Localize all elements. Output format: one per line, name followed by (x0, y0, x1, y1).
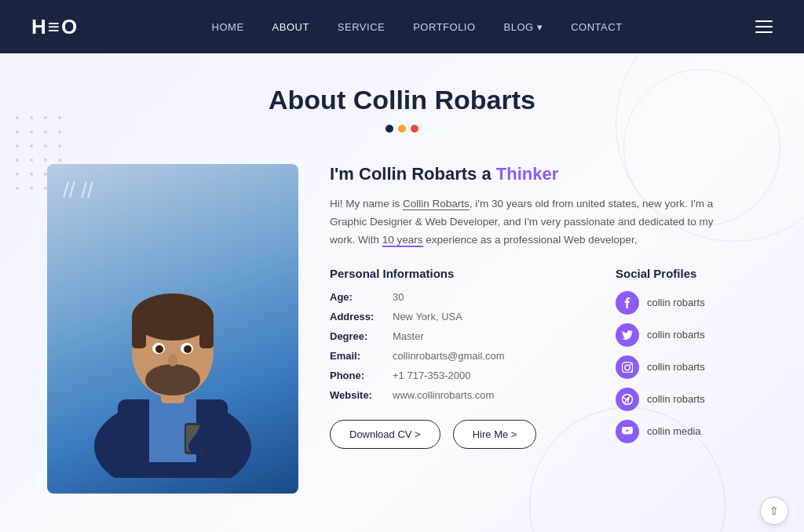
intro-text: Hi! My name is Collin Robarts, i'm 30 ye… (330, 195, 738, 250)
dribbble-name: collin robarts (647, 393, 705, 405)
degree-label: Degree: (330, 330, 393, 342)
person-illustration (71, 180, 275, 478)
intro-heading: I'm Collin Robarts a Thinker (330, 164, 757, 184)
social-twitter[interactable]: collin robarts (616, 323, 757, 347)
social-facebook[interactable]: collin robarts (616, 291, 757, 315)
hamburger-menu[interactable] (755, 20, 773, 33)
photo-decorlines: // // (63, 180, 93, 202)
instagram-icon (616, 355, 639, 379)
phone-value: +1 717-353-2000 (393, 370, 470, 381)
experience-link[interactable]: 10 years (382, 234, 423, 247)
info-social-section: Personal Informations Age: 30 Address: N… (330, 267, 757, 452)
instagram-name: collin robarts (647, 361, 705, 373)
nav-item-contact[interactable]: CONTACT (571, 21, 622, 33)
info-row-website: Website: www.collinrobarts.com (330, 389, 584, 401)
phone-label: Phone: (330, 370, 393, 381)
email-value: collinrobarts@gmail.com (393, 350, 505, 362)
title-dots (0, 125, 804, 133)
svg-rect-6 (132, 317, 146, 348)
email-label: Email: (330, 350, 393, 362)
twitter-name: collin robarts (647, 329, 705, 341)
age-value: 30 (393, 291, 404, 303)
main-content: About Collin Robarts // // (0, 53, 804, 532)
nav-item-blog[interactable]: BLOG ▾ (504, 21, 543, 33)
website-label: Website: (330, 389, 393, 401)
page-title: About Collin Robarts (0, 85, 804, 115)
title-dot-1 (386, 125, 393, 133)
navbar: H≡O HOME ABOUT SERVICE PORTFOLIO BLOG ▾ … (0, 0, 804, 53)
nav-item-service[interactable]: SERVICE (338, 21, 385, 33)
social-profiles: Social Profiles collin robarts (616, 267, 757, 452)
about-section: // // (0, 148, 804, 517)
website-value: www.collinrobarts.com (393, 389, 494, 401)
nav-links: HOME ABOUT SERVICE PORTFOLIO BLOG ▾ CONT… (212, 20, 623, 34)
info-row-email: Email: collinrobarts@gmail.com (330, 350, 584, 362)
social-dribbble[interactable]: collin robarts (616, 388, 757, 411)
address-value: New York, USA (393, 311, 462, 322)
info-row-degree: Degree: Master (330, 330, 584, 342)
title-dot-2 (398, 125, 406, 133)
personal-info: Personal Informations Age: 30 Address: N… (330, 267, 584, 449)
svg-point-13 (168, 354, 177, 366)
logo[interactable]: H≡O (31, 15, 79, 39)
download-cv-button[interactable]: Download CV > (330, 420, 440, 449)
dribbble-icon (616, 388, 639, 411)
nav-item-about[interactable]: ABOUT (272, 21, 309, 33)
info-row-age: Age: 30 (330, 291, 584, 303)
facebook-icon (616, 291, 639, 315)
youtube-icon (616, 420, 639, 443)
nav-item-portfolio[interactable]: PORTFOLIO (413, 21, 475, 33)
title-dot-3 (411, 125, 418, 133)
action-buttons: Download CV > Hire Me > (330, 420, 584, 449)
info-row-address: Address: New York, USA (330, 311, 584, 322)
svg-point-11 (155, 345, 163, 353)
hire-me-button[interactable]: Hire Me > (453, 420, 537, 449)
social-heading: Social Profiles (616, 267, 757, 280)
svg-rect-7 (199, 317, 214, 348)
info-row-phone: Phone: +1 717-353-2000 (330, 370, 584, 381)
photo-column: // // (47, 164, 298, 494)
nav-item-home[interactable]: HOME (212, 21, 244, 33)
degree-value: Master (393, 330, 424, 342)
age-label: Age: (330, 291, 393, 303)
content-column: I'm Collin Robarts a Thinker Hi! My name… (298, 164, 757, 452)
address-label: Address: (330, 311, 393, 322)
twitter-icon (616, 323, 639, 347)
svg-point-12 (184, 345, 192, 353)
profile-photo: // // (47, 164, 298, 494)
svg-point-8 (145, 364, 200, 395)
page-title-section: About Collin Robarts (0, 53, 804, 148)
social-instagram[interactable]: collin robarts (616, 355, 757, 379)
personal-info-heading: Personal Informations (330, 267, 584, 280)
thinker-highlight: Thinker (496, 164, 558, 184)
facebook-name: collin robarts (647, 297, 705, 308)
youtube-name: collin media (647, 425, 701, 437)
social-youtube[interactable]: collin media (616, 420, 757, 443)
chevron-down-icon: ▾ (537, 21, 543, 33)
name-link[interactable]: Collin Robarts (403, 198, 470, 210)
